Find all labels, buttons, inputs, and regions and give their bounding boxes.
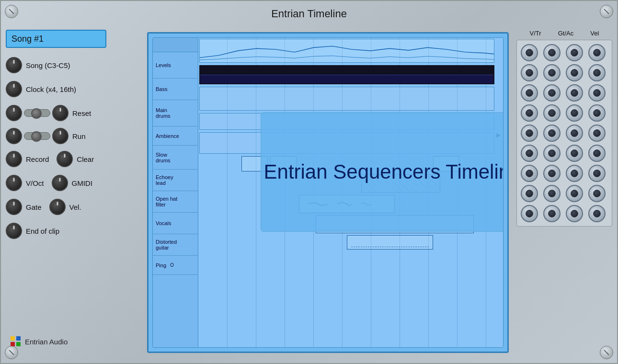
patch-jack-7-3[interactable]: [566, 165, 583, 182]
patch-jack-6-1[interactable]: [521, 145, 538, 162]
bass-dots: [200, 75, 493, 83]
patch-jack-6-4[interactable]: [588, 145, 606, 162]
patch-jack-9-2[interactable]: [543, 205, 561, 222]
run-knob-right[interactable]: [52, 128, 69, 144]
patch-jack-7-2[interactable]: [543, 165, 561, 182]
patch-jack-1-3[interactable]: [566, 44, 583, 61]
patch-jack-7-1[interactable]: [521, 165, 538, 182]
run-slider[interactable]: [24, 132, 50, 140]
ping-label-text: Ping: [156, 262, 166, 268]
gate-vel-row: Gate Vel.: [6, 198, 145, 216]
track-label-vocals: Vocals: [153, 213, 198, 234]
main-drums-label-text: Maindrums: [156, 107, 171, 119]
col-vel-label: Vel: [590, 30, 599, 37]
reset-slider[interactable]: [24, 109, 50, 117]
patch-jack-5-4[interactable]: [588, 125, 606, 142]
logo-sq-2: [16, 336, 21, 341]
patch-jack-1-2[interactable]: [543, 44, 561, 61]
clear-knob[interactable]: [57, 151, 73, 167]
run-knob-left[interactable]: [6, 128, 22, 144]
end-of-clip-row: End of clip: [6, 222, 145, 239]
left-panel: Song #1 Song (C3-C5) Clock (x4, 16th) Re…: [6, 30, 145, 355]
right-panel: V/Tr Gt/Ac Vel: [516, 30, 612, 355]
col-vtr-label: V/Tr: [530, 30, 541, 37]
voct-label: V/Oct: [26, 179, 44, 187]
reset-row: Reset: [6, 104, 145, 122]
levels-track-block: [199, 39, 494, 63]
patch-jack-5-3[interactable]: [566, 125, 583, 142]
vel-label: Vel.: [69, 203, 81, 211]
patch-jack-4-2[interactable]: [543, 104, 561, 122]
patch-jack-8-1[interactable]: [521, 185, 538, 202]
logo-icon: [11, 336, 21, 347]
patch-jack-8-2[interactable]: [543, 185, 561, 202]
patch-jack-3-4[interactable]: [588, 84, 606, 102]
gate-knob[interactable]: [6, 199, 22, 215]
song-cv-knob[interactable]: [6, 57, 22, 73]
patch-jack-2-3[interactable]: [566, 64, 583, 81]
voct-gmidi-row: V/Oct GMIDI: [6, 174, 145, 192]
song-name-display[interactable]: Song #1: [6, 30, 106, 48]
record-label: Record: [26, 155, 49, 163]
screw-top-right: [600, 5, 613, 18]
ping-line: [351, 247, 429, 247]
brand-label: Entrian Audio: [25, 338, 68, 346]
reset-knob-left[interactable]: [6, 105, 22, 121]
track-content-area[interactable]: Entrian Sequencers Timeline ▶: [198, 38, 503, 347]
patch-jack-9-4[interactable]: [588, 205, 606, 222]
patch-jack-3-3[interactable]: [566, 84, 583, 102]
clock-knob[interactable]: [6, 81, 22, 97]
clock-row: Clock (x4, 16th): [6, 80, 145, 98]
track-labels-panel: Levels Bass Maindrums Ambience Slowdrums…: [153, 38, 198, 347]
ping-block: [347, 235, 433, 250]
patch-jack-1-1[interactable]: [521, 44, 538, 61]
patch-jack-7-4[interactable]: [588, 165, 606, 182]
end-of-clip-knob[interactable]: [6, 223, 22, 239]
app-title: Entrian Timeline: [271, 8, 347, 20]
track-label-main-drums: Maindrums: [153, 100, 198, 126]
patch-jack-4-3[interactable]: [566, 104, 583, 122]
bass-track-block: [199, 65, 494, 84]
patch-jack-1-4[interactable]: [588, 44, 606, 61]
end-of-clip-label: End of clip: [26, 227, 59, 235]
run-row: Run: [6, 127, 145, 145]
patch-jack-6-3[interactable]: [566, 145, 583, 162]
run-label: Run: [72, 132, 86, 140]
patch-jack-6-2[interactable]: [543, 145, 561, 162]
slow-drums-label-text: Slowdrums: [156, 152, 171, 163]
clear-label: Clear: [77, 155, 94, 163]
song-cv-label: Song (C3-C5): [26, 61, 70, 69]
song-name-text: Song #1: [11, 34, 44, 44]
patch-jack-4-1[interactable]: [521, 104, 538, 122]
patch-jack-2-4[interactable]: [588, 64, 606, 81]
patch-jack-9-3[interactable]: [566, 205, 583, 222]
patch-jack-8-3[interactable]: [566, 185, 583, 202]
patch-jack-9-1[interactable]: [521, 205, 538, 222]
song-cv-row: Song (C3-C5): [6, 57, 145, 74]
patch-jack-3-2[interactable]: [543, 84, 561, 102]
patch-jack-4-4[interactable]: [588, 104, 606, 122]
screw-top-left: [5, 5, 18, 18]
patch-jack-2-1[interactable]: [521, 64, 538, 81]
patch-jack-5-2[interactable]: [543, 125, 561, 142]
patch-jack-3-1[interactable]: [521, 84, 538, 102]
patch-jack-8-4[interactable]: [588, 185, 606, 202]
gate-label: Gate: [26, 203, 42, 211]
labels-header: [153, 38, 198, 52]
vel-knob[interactable]: [49, 199, 66, 215]
timeline-area[interactable]: Levels Bass Maindrums Ambience Slowdrums…: [147, 32, 509, 353]
timeline-overlay: Entrian Sequencers Timeline: [261, 112, 503, 232]
patch-jack-2-2[interactable]: [543, 64, 561, 81]
track-label-ping: Ping O: [153, 256, 198, 275]
levels-label-text: Levels: [156, 62, 171, 68]
main-drums-track: [199, 87, 494, 111]
patch-grid: [516, 40, 612, 227]
distorted-guitar-label-text: Distortedguitar: [156, 239, 177, 250]
reset-knob-right[interactable]: [52, 105, 69, 121]
patch-jack-5-1[interactable]: [521, 125, 538, 142]
voct-knob[interactable]: [6, 175, 22, 191]
gmidi-knob[interactable]: [52, 175, 68, 191]
record-knob[interactable]: [6, 151, 22, 167]
overlay-title: Entrian Sequencers Timeline: [264, 160, 503, 184]
track-label-slow-drums: Slowdrums: [153, 146, 198, 170]
